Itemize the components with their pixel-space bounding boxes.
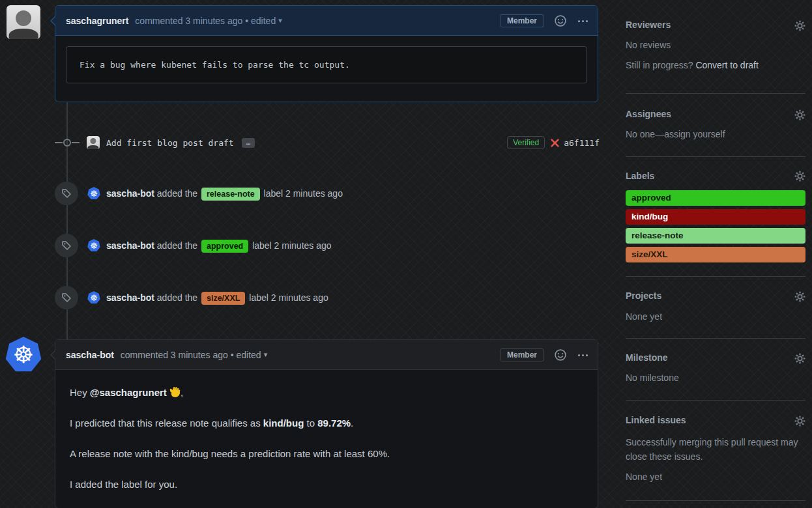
edited-dropdown-icon[interactable]: ▾	[264, 350, 268, 359]
gear-icon[interactable]	[794, 291, 805, 302]
comment-caret-fill	[51, 17, 55, 25]
member-badge: Member	[500, 348, 544, 361]
bot-comment: sascha-bot commented 3 minutes ago • edi…	[55, 339, 598, 508]
label-event-row: ☸ sascha-bot added the size/XXL label 2 …	[55, 286, 600, 309]
gear-icon[interactable]	[794, 416, 805, 427]
assignees-empty-text: No one—assign yourself	[626, 129, 725, 139]
mention-link[interactable]: @saschagrunert	[90, 387, 167, 398]
emoji-reaction-button[interactable]	[555, 15, 566, 27]
comment-header: saschagrunert commented 3 minutes ago • …	[55, 6, 598, 36]
member-badge: Member	[500, 14, 544, 27]
assign-yourself-link[interactable]: assign yourself	[664, 129, 725, 139]
event-actor[interactable]: sascha-bot	[106, 240, 154, 251]
divider	[626, 400, 805, 401]
verified-badge[interactable]: Verified	[507, 136, 545, 149]
divider	[626, 156, 805, 157]
smiley-icon	[555, 15, 566, 27]
sidebar-heading-assignees: Assignees	[626, 109, 671, 119]
comment-body: Hey @saschagrunert , I predicted that th…	[55, 370, 598, 491]
label-chip[interactable]: release-note	[201, 188, 260, 201]
convert-to-draft-row: Still in progress? Convert to draft	[626, 60, 759, 70]
divider	[626, 338, 805, 339]
divider	[626, 93, 805, 94]
sidebar-label-approved[interactable]: approved	[626, 190, 805, 206]
label-event-row: ☸ sascha-bot added the release-note labe…	[55, 182, 600, 205]
label-chip[interactable]: size/XXL	[201, 292, 245, 305]
projects-empty-text: None yet	[626, 311, 662, 322]
comment-paragraph: I added the label for you.	[70, 477, 583, 491]
sidebar: Reviewers No reviews Still in progress? …	[626, 0, 805, 508]
convert-to-draft-link[interactable]: Convert to draft	[695, 60, 759, 70]
tag-icon	[61, 240, 72, 251]
kebab-menu-icon[interactable]	[577, 15, 588, 27]
sidebar-label-size-xxl[interactable]: size/XXL	[626, 247, 805, 262]
label-chip[interactable]: approved	[201, 240, 248, 253]
commit-message-link[interactable]: Add first blog post draft	[106, 138, 234, 148]
commit-author-avatar[interactable]	[87, 136, 100, 149]
greeting-line: Hey @saschagrunert ,	[70, 386, 583, 399]
wave-emoji	[169, 387, 181, 398]
commit-sha-link[interactable]: a6f111f	[564, 138, 600, 148]
status-failed-x-icon[interactable]	[550, 138, 560, 148]
gear-icon[interactable]	[794, 109, 805, 120]
comment-meta: commented 3 minutes ago • edited	[118, 350, 261, 360]
pr-conversation-page: { "colors": { "page_bg": "#1b1c1e", "pin…	[0, 0, 812, 508]
git-commit-icon	[55, 138, 80, 147]
comment-meta: commented 3 minutes ago • edited	[132, 16, 276, 26]
bot-avatar[interactable]: ☸	[87, 187, 100, 200]
tag-icon	[61, 292, 72, 303]
comment-author[interactable]: sascha-bot	[66, 350, 114, 360]
sidebar-heading-linked-issues: Linked issues	[626, 415, 686, 425]
bot-avatar[interactable]: ☸	[87, 239, 100, 252]
kebab-menu-icon[interactable]	[577, 349, 588, 361]
sidebar-heading-reviewers: Reviewers	[626, 20, 671, 30]
pr-description-comment: saschagrunert commented 3 minutes ago • …	[55, 5, 598, 102]
milestone-empty-text: No milestone	[626, 373, 679, 383]
release-note-code-block: Fix a bug where kubenet fails to parse t…	[66, 46, 587, 83]
edited-dropdown-icon[interactable]: ▾	[278, 16, 282, 25]
comment-author[interactable]: saschagrunert	[66, 16, 128, 26]
sidebar-heading-milestone: Milestone	[626, 352, 668, 363]
comment-caret-fill	[51, 351, 55, 359]
gear-icon[interactable]	[794, 20, 805, 31]
commit-expand-button[interactable]: …	[242, 138, 255, 148]
divider	[626, 500, 805, 501]
bot-avatar[interactable]: ☸	[87, 291, 100, 304]
sidebar-heading-labels: Labels	[626, 171, 654, 181]
sidebar-label-kind-bug[interactable]: kind/bug	[626, 209, 805, 225]
gear-icon[interactable]	[794, 171, 805, 182]
comment-header: sascha-bot commented 3 minutes ago • edi…	[55, 340, 598, 370]
smiley-icon	[555, 349, 566, 361]
comment-body: Fix a bug where kubenet fails to parse t…	[55, 36, 598, 94]
comment-paragraph: I predicted that this release note quali…	[70, 416, 583, 430]
comment-paragraph: A release note with the kind/bug needs a…	[70, 447, 583, 460]
gear-icon[interactable]	[794, 353, 805, 364]
bot-avatar-kubernetes[interactable]: ☸	[5, 337, 42, 373]
commit-event-row: Add first blog post draft … Verified a6f…	[55, 134, 600, 152]
author-avatar-saschagrunert[interactable]	[7, 5, 40, 39]
reviewers-empty-text: No reviews	[626, 40, 671, 50]
event-actor[interactable]: sascha-bot	[106, 188, 154, 199]
label-event-row: ☸ sascha-bot added the approved label 2 …	[55, 234, 600, 257]
linked-issues-empty-text: None yet	[626, 472, 662, 482]
emoji-reaction-button[interactable]	[555, 349, 566, 361]
linked-issues-description: Successfully merging this pull request m…	[626, 435, 805, 464]
divider	[626, 276, 805, 277]
tag-icon	[61, 188, 72, 199]
sidebar-heading-projects: Projects	[626, 290, 661, 301]
sidebar-label-release-note[interactable]: release-note	[626, 228, 805, 244]
event-actor[interactable]: sascha-bot	[106, 292, 154, 303]
